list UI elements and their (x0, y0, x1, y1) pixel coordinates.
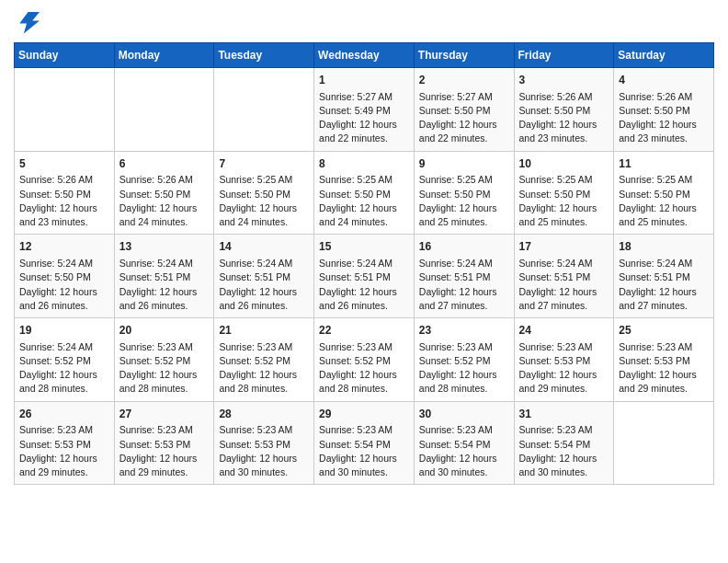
calendar-cell: 10Sunrise: 5:25 AM Sunset: 5:50 PM Dayli… (514, 151, 614, 235)
svg-marker-0 (19, 12, 40, 33)
calendar-cell: 12Sunrise: 5:24 AM Sunset: 5:50 PM Dayli… (15, 235, 115, 318)
calendar-cell: 27Sunrise: 5:23 AM Sunset: 5:53 PM Dayli… (114, 401, 214, 485)
calendar-cell (114, 68, 214, 152)
calendar-cell: 5Sunrise: 5:26 AM Sunset: 5:50 PM Daylig… (15, 151, 115, 235)
calendar-cell: 1Sunrise: 5:27 AM Sunset: 5:49 PM Daylig… (314, 68, 415, 152)
day-number: 18 (619, 239, 709, 255)
calendar-cell: 15Sunrise: 5:24 AM Sunset: 5:51 PM Dayli… (314, 235, 415, 318)
calendar-cell: 2Sunrise: 5:27 AM Sunset: 5:50 PM Daylig… (414, 68, 514, 152)
calendar-cell: 26Sunrise: 5:23 AM Sunset: 5:53 PM Dayli… (15, 401, 115, 485)
day-info: Sunrise: 5:25 AM Sunset: 5:50 PM Dayligh… (319, 173, 409, 229)
calendar-cell: 3Sunrise: 5:26 AM Sunset: 5:50 PM Daylig… (514, 68, 614, 152)
day-number: 4 (619, 73, 709, 88)
calendar-header: SundayMondayTuesdayWednesdayThursdayFrid… (15, 43, 714, 68)
header (14, 9, 714, 35)
day-number: 6 (119, 156, 210, 172)
day-info: Sunrise: 5:24 AM Sunset: 5:50 PM Dayligh… (19, 257, 109, 313)
weekday-header-monday: Monday (114, 43, 214, 68)
calendar-cell: 23Sunrise: 5:23 AM Sunset: 5:52 PM Dayli… (414, 318, 514, 402)
weekday-header-saturday: Saturday (614, 43, 714, 68)
day-info: Sunrise: 5:24 AM Sunset: 5:52 PM Dayligh… (19, 340, 109, 396)
day-number: 19 (19, 323, 109, 339)
day-number: 3 (519, 73, 609, 88)
day-info: Sunrise: 5:23 AM Sunset: 5:53 PM Dayligh… (619, 340, 709, 396)
day-info: Sunrise: 5:24 AM Sunset: 5:51 PM Dayligh… (519, 257, 609, 313)
day-number: 25 (619, 323, 709, 339)
weekday-row: SundayMondayTuesdayWednesdayThursdayFrid… (15, 43, 714, 68)
calendar-cell: 28Sunrise: 5:23 AM Sunset: 5:53 PM Dayli… (214, 401, 314, 485)
day-info: Sunrise: 5:24 AM Sunset: 5:51 PM Dayligh… (619, 257, 709, 313)
day-number: 21 (219, 323, 309, 339)
day-info: Sunrise: 5:23 AM Sunset: 5:52 PM Dayligh… (219, 340, 309, 396)
day-info: Sunrise: 5:23 AM Sunset: 5:53 PM Dayligh… (19, 423, 109, 479)
calendar-cell: 13Sunrise: 5:24 AM Sunset: 5:51 PM Dayli… (114, 235, 214, 318)
weekday-header-tuesday: Tuesday (214, 43, 314, 68)
day-number: 20 (119, 323, 210, 339)
day-number: 14 (219, 239, 309, 255)
weekday-header-thursday: Thursday (414, 43, 514, 68)
day-number: 30 (419, 407, 509, 422)
day-info: Sunrise: 5:27 AM Sunset: 5:50 PM Dayligh… (419, 90, 509, 146)
day-number: 15 (319, 239, 409, 255)
day-number: 22 (319, 323, 409, 339)
calendar-body: 1Sunrise: 5:27 AM Sunset: 5:49 PM Daylig… (15, 68, 714, 485)
day-info: Sunrise: 5:25 AM Sunset: 5:50 PM Dayligh… (419, 173, 509, 229)
calendar-table: SundayMondayTuesdayWednesdayThursdayFrid… (14, 42, 714, 485)
calendar-cell: 30Sunrise: 5:23 AM Sunset: 5:54 PM Dayli… (414, 401, 514, 485)
day-info: Sunrise: 5:23 AM Sunset: 5:54 PM Dayligh… (319, 423, 409, 479)
calendar-cell: 29Sunrise: 5:23 AM Sunset: 5:54 PM Dayli… (314, 401, 415, 485)
calendar-row: 12Sunrise: 5:24 AM Sunset: 5:50 PM Dayli… (15, 235, 714, 318)
calendar-cell: 18Sunrise: 5:24 AM Sunset: 5:51 PM Dayli… (614, 235, 714, 318)
day-number: 10 (519, 156, 609, 172)
logo (14, 9, 43, 35)
day-info: Sunrise: 5:27 AM Sunset: 5:49 PM Dayligh… (319, 90, 409, 146)
day-info: Sunrise: 5:24 AM Sunset: 5:51 PM Dayligh… (119, 257, 210, 313)
day-number: 7 (219, 156, 309, 172)
calendar-cell: 24Sunrise: 5:23 AM Sunset: 5:53 PM Dayli… (514, 318, 614, 402)
weekday-header-sunday: Sunday (15, 43, 115, 68)
day-info: Sunrise: 5:23 AM Sunset: 5:54 PM Dayligh… (519, 423, 609, 479)
day-info: Sunrise: 5:26 AM Sunset: 5:50 PM Dayligh… (519, 90, 609, 146)
calendar-row: 1Sunrise: 5:27 AM Sunset: 5:49 PM Daylig… (15, 68, 714, 152)
day-info: Sunrise: 5:23 AM Sunset: 5:53 PM Dayligh… (519, 340, 609, 396)
calendar-cell (214, 68, 314, 152)
day-number: 27 (119, 407, 210, 422)
day-number: 17 (519, 239, 609, 255)
calendar-cell (15, 68, 115, 152)
day-number: 1 (319, 73, 409, 88)
day-number: 11 (619, 156, 709, 172)
day-info: Sunrise: 5:26 AM Sunset: 5:50 PM Dayligh… (119, 173, 210, 229)
day-number: 5 (19, 156, 109, 172)
calendar-cell: 19Sunrise: 5:24 AM Sunset: 5:52 PM Dayli… (15, 318, 115, 402)
day-number: 28 (219, 407, 309, 422)
day-info: Sunrise: 5:23 AM Sunset: 5:53 PM Dayligh… (119, 423, 210, 479)
day-info: Sunrise: 5:26 AM Sunset: 5:50 PM Dayligh… (19, 173, 109, 229)
calendar-row: 19Sunrise: 5:24 AM Sunset: 5:52 PM Dayli… (15, 318, 714, 402)
page-container: SundayMondayTuesdayWednesdayThursdayFrid… (0, 0, 728, 499)
calendar-cell: 8Sunrise: 5:25 AM Sunset: 5:50 PM Daylig… (314, 151, 415, 235)
calendar-cell: 16Sunrise: 5:24 AM Sunset: 5:51 PM Dayli… (414, 235, 514, 318)
day-number: 29 (319, 407, 409, 422)
calendar-cell: 9Sunrise: 5:25 AM Sunset: 5:50 PM Daylig… (414, 151, 514, 235)
day-number: 8 (319, 156, 409, 172)
day-info: Sunrise: 5:25 AM Sunset: 5:50 PM Dayligh… (619, 173, 709, 229)
calendar-cell: 20Sunrise: 5:23 AM Sunset: 5:52 PM Dayli… (114, 318, 214, 402)
day-number: 26 (19, 407, 109, 422)
day-number: 16 (419, 239, 509, 255)
day-info: Sunrise: 5:24 AM Sunset: 5:51 PM Dayligh… (419, 257, 509, 313)
calendar-cell: 14Sunrise: 5:24 AM Sunset: 5:51 PM Dayli… (214, 235, 314, 318)
weekday-header-wednesday: Wednesday (314, 43, 415, 68)
calendar-row: 5Sunrise: 5:26 AM Sunset: 5:50 PM Daylig… (15, 151, 714, 235)
day-info: Sunrise: 5:23 AM Sunset: 5:53 PM Dayligh… (219, 423, 309, 479)
day-info: Sunrise: 5:24 AM Sunset: 5:51 PM Dayligh… (319, 257, 409, 313)
calendar-cell: 31Sunrise: 5:23 AM Sunset: 5:54 PM Dayli… (514, 401, 614, 485)
calendar-cell: 4Sunrise: 5:26 AM Sunset: 5:50 PM Daylig… (614, 68, 714, 152)
calendar-cell: 17Sunrise: 5:24 AM Sunset: 5:51 PM Dayli… (514, 235, 614, 318)
day-number: 23 (419, 323, 509, 339)
calendar-cell: 7Sunrise: 5:25 AM Sunset: 5:50 PM Daylig… (214, 151, 314, 235)
day-number: 31 (519, 407, 609, 422)
day-info: Sunrise: 5:23 AM Sunset: 5:52 PM Dayligh… (419, 340, 509, 396)
calendar-cell: 22Sunrise: 5:23 AM Sunset: 5:52 PM Dayli… (314, 318, 415, 402)
calendar-cell: 6Sunrise: 5:26 AM Sunset: 5:50 PM Daylig… (114, 151, 214, 235)
calendar-row: 26Sunrise: 5:23 AM Sunset: 5:53 PM Dayli… (15, 401, 714, 485)
